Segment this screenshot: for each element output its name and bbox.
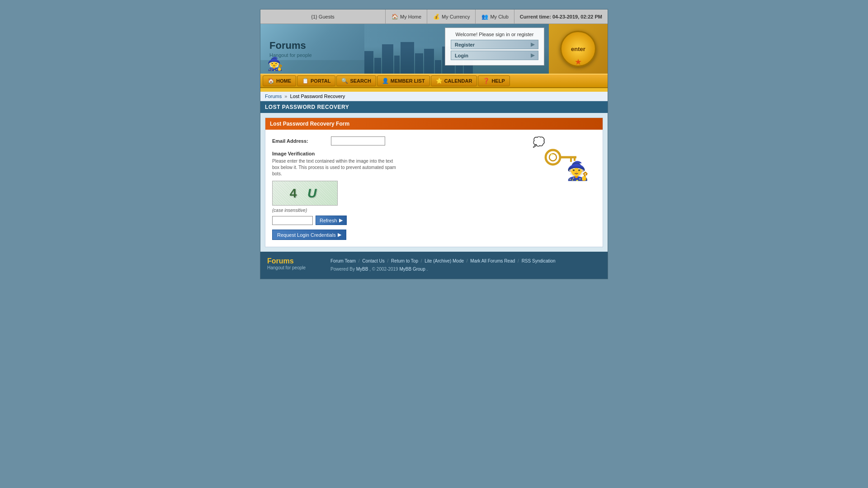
login-button[interactable]: Login ▶ xyxy=(451,51,538,60)
return-to-top-link[interactable]: Return to Top xyxy=(391,258,418,263)
top-bar: {1} Guests 🏠 My Home 💰 My Currency 👥 My … xyxy=(260,9,608,24)
sep2: / xyxy=(387,258,389,263)
captcha-input[interactable] xyxy=(272,216,313,225)
submit-row: Request Login Credentials ▶ xyxy=(272,230,519,240)
main-wrapper: {1} Guests 🏠 My Home 💰 My Currency 👥 My … xyxy=(260,9,608,279)
guests-label: {1} Guests xyxy=(311,14,334,19)
refresh-arrow: ▶ xyxy=(339,217,343,223)
login-label: Login xyxy=(455,53,468,58)
nav-portal[interactable]: 📋 PORTAL xyxy=(297,75,335,86)
enter-badge-content: enter ★ xyxy=(571,46,585,52)
rss-link[interactable]: RSS Syndication xyxy=(522,258,556,263)
current-time: Current time: 04-23-2019, 02:22 PM xyxy=(514,14,608,19)
nav-search-label: SEARCH xyxy=(350,78,371,84)
verification-section: Image Verification Please enter the text… xyxy=(272,151,519,225)
page-title: LOST PASSWORD RECOVERY xyxy=(265,104,349,110)
current-time-label: Current time: xyxy=(520,14,551,19)
mybb-link[interactable]: MyBB xyxy=(356,267,368,272)
refresh-label: Refresh xyxy=(320,218,337,223)
request-btn-label: Request Login Credentials xyxy=(277,232,336,238)
nav-calendar-label: CALENDAR xyxy=(444,78,472,84)
forum-team-link[interactable]: Forum Team xyxy=(330,258,356,263)
footer-title: Forums xyxy=(267,257,321,265)
building xyxy=(374,58,381,74)
calendar-icon: ⭐ xyxy=(436,78,443,84)
sep3: / xyxy=(421,258,422,263)
thought-bubble: 💭 xyxy=(533,136,545,148)
current-time-value: 04-23-2019, 02:22 PM xyxy=(552,14,602,19)
mybb-group-link[interactable]: MyBB Group xyxy=(399,267,425,272)
nav-member-list[interactable]: 👤 MEMBER LIST xyxy=(377,75,430,86)
header-right: enter ★ xyxy=(549,24,608,74)
nav-home[interactable]: 🏠 HOME xyxy=(263,75,296,86)
building xyxy=(382,44,393,74)
home-nav-icon: 🏠 xyxy=(268,78,274,84)
captcha-image: 4 U xyxy=(272,181,338,206)
nav-help-label: HELP xyxy=(491,78,505,84)
breadcrumb-separator: » xyxy=(284,94,287,99)
svg-point-5 xyxy=(551,154,553,156)
enter-text: enter xyxy=(571,46,585,52)
member-list-icon: 👤 xyxy=(382,78,389,84)
nav-portal-label: PORTAL xyxy=(311,78,330,84)
contact-us-link[interactable]: Contact Us xyxy=(362,258,384,263)
building xyxy=(424,49,434,74)
my-club-link[interactable]: 👥 My Club xyxy=(476,9,514,23)
refresh-button[interactable]: Refresh ▶ xyxy=(316,216,347,225)
character-decoration: 🧙 xyxy=(267,56,283,71)
my-home-label: My Home xyxy=(400,14,421,19)
footer-subtitle: Hangout for people xyxy=(267,265,321,270)
sep4: / xyxy=(467,258,468,263)
form-panel-title: Lost Password Recovery Form xyxy=(270,121,349,127)
welcome-box: Welcome! Please sign in or register Regi… xyxy=(445,28,544,66)
email-input[interactable] xyxy=(331,136,385,145)
my-currency-label: My Currency xyxy=(442,14,470,19)
yellow-stripe xyxy=(260,88,608,92)
request-credentials-button[interactable]: Request Login Credentials ▶ xyxy=(272,230,346,240)
my-home-link[interactable]: 🏠 My Home xyxy=(386,9,427,23)
mark-all-read-link[interactable]: Mark All Forums Read xyxy=(470,258,515,263)
case-insensitive-note: (case insensitive) xyxy=(272,208,519,213)
key-illustration: 🧙 💭 xyxy=(533,136,591,182)
form-illustration: 🧙 💭 xyxy=(528,136,596,182)
request-arrow: ▶ xyxy=(338,232,341,238)
lite-mode-link[interactable]: Lite (Archive) Mode xyxy=(425,258,464,263)
footer-powered-by: Powered By MyBB , © 2002-2019 MyBB Group… xyxy=(330,265,601,273)
svg-point-0 xyxy=(546,150,560,164)
nav-search[interactable]: 🔍 SEARCH xyxy=(336,75,376,86)
welcome-text: Welcome! Please sign in or register xyxy=(451,32,538,37)
captcha-text: 4 U xyxy=(290,186,321,201)
building xyxy=(401,42,414,74)
help-icon: ❓ xyxy=(483,78,490,84)
form-panel-header: Lost Password Recovery Form xyxy=(265,118,603,130)
copyright-text: , © 2002-2019 xyxy=(369,267,398,272)
club-icon: 👥 xyxy=(481,13,488,20)
nav-calendar[interactable]: ⭐ CALENDAR xyxy=(431,75,477,86)
email-label: Email Address: xyxy=(272,138,331,144)
home-icon: 🏠 xyxy=(391,13,398,20)
register-arrow: ▶ xyxy=(531,42,534,47)
breadcrumb: Forums » Lost Password Recovery xyxy=(260,92,608,101)
captcha-input-row: Refresh ▶ xyxy=(272,216,519,225)
register-button[interactable]: Register ▶ xyxy=(451,40,538,49)
period: . xyxy=(427,267,428,272)
content-area: Lost Password Recovery Form Email Addres… xyxy=(260,113,608,252)
footer-links: Forum Team / Contact Us / Return to Top … xyxy=(330,257,601,273)
building xyxy=(415,53,423,74)
form-panel-body: Email Address: Image Verification Please… xyxy=(265,130,603,247)
nav-help[interactable]: ❓ HELP xyxy=(478,75,509,86)
footer-logo: Forums Hangout for people xyxy=(267,257,321,270)
building xyxy=(394,56,400,74)
site-header: Forums Hangout for people 🧙 xyxy=(260,24,608,74)
breadcrumb-forums-link[interactable]: Forums xyxy=(265,94,282,99)
my-currency-link[interactable]: 💰 My Currency xyxy=(427,9,476,23)
nav-member-label: MEMBER LIST xyxy=(391,78,425,84)
login-arrow: ▶ xyxy=(531,52,534,58)
captcha-char-2: U xyxy=(307,186,320,200)
search-icon: 🔍 xyxy=(341,78,348,84)
sep1: / xyxy=(359,258,360,263)
main-navigation: 🏠 HOME 📋 PORTAL 🔍 SEARCH 👤 MEMBER LIST ⭐… xyxy=(260,74,608,88)
guest-count: {1} Guests xyxy=(260,9,386,23)
powered-by-text: Powered By xyxy=(330,267,355,272)
header-branding: Forums Hangout for people 🧙 xyxy=(260,24,364,74)
